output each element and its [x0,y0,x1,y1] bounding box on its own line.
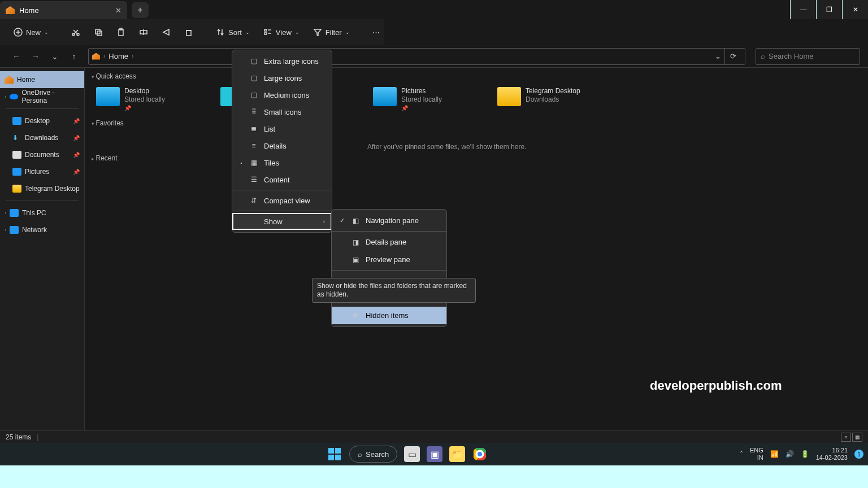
section-favorites[interactable]: Favorites [85,115,868,132]
sidebar-item-onedrive[interactable]: › OneDrive - Persona [0,88,84,105]
sidebar-item-thispc[interactable]: › This PC [0,204,84,221]
view-option-extra-large[interactable]: ▢Extra large icons [232,53,332,69]
paste-icon [116,28,125,37]
task-view-button[interactable]: ▭ [404,446,420,462]
back-button[interactable]: ← [8,48,25,65]
quick-item-pictures[interactable]: Pictures Stored locally 📌 [373,87,486,112]
view-option-content[interactable]: ☰Content [232,171,332,188]
show-submenu: ✓◧Navigation pane ◨Details pane ▣Preview… [331,209,447,327]
minimize-button[interactable]: — [790,0,816,19]
home-icon [92,53,100,60]
copy-icon [94,28,103,37]
start-button[interactable] [327,446,342,462]
view-option-tiles[interactable]: •▦Tiles [232,154,332,171]
check-icon: ✓ [338,217,345,224]
notification-badge[interactable]: 1 [854,450,863,459]
chrome-taskbar[interactable] [472,446,488,462]
view-option-compact[interactable]: ⇵Compact view [232,192,332,209]
section-recent[interactable]: Recent [85,151,868,165]
show-preview-pane[interactable]: ▣Preview pane [332,251,446,268]
svg-rect-5 [96,29,100,34]
quick-item-telegram[interactable]: Telegram Desktop Downloads [497,87,610,112]
sort-button[interactable]: Sort ⌄ [210,23,255,42]
view-icon [263,28,272,37]
ellipsis-icon: ⋯ [372,28,380,37]
forward-button[interactable]: → [27,48,44,65]
show-navigation-pane[interactable]: ✓◧Navigation pane [332,212,446,229]
delete-button[interactable] [179,23,199,42]
window-tab-home[interactable]: Home ✕ [0,1,127,19]
refresh-button[interactable]: ⟳ [724,48,741,65]
wifi-icon[interactable]: 📶 [770,450,779,458]
sidebar-item-downloads[interactable]: ⬇ Downloads 📌 [0,129,84,146]
more-button[interactable]: ⋯ [367,23,385,42]
show-details-pane[interactable]: ◨Details pane [332,233,446,251]
tiles-view-button[interactable]: ▦ [852,433,862,442]
folder-icon [12,185,21,193]
up-button[interactable]: ↑ [66,48,83,65]
volume-icon[interactable]: 🔊 [785,450,794,458]
address-bar[interactable]: › Home › ⌄ ⟳ [88,48,745,65]
view-option-details[interactable]: ≡Details [232,137,332,154]
sidebar-item-network[interactable]: › Network [0,221,84,238]
section-quick-access[interactable]: Quick access [85,68,868,85]
chat-button[interactable]: ▣ [427,446,442,462]
taskbar-center: ⌕ Search ▭ ▣ 📁 [327,446,488,463]
content-pane: Quick access Desktop Stored locally 📌 Do… [85,68,868,430]
paste-button[interactable] [111,23,131,42]
sidebar-item-desktop[interactable]: Desktop 📌 [0,112,84,129]
svg-rect-6 [97,31,102,36]
favorites-empty-text: After you've pinned some files, we'll sh… [85,143,868,151]
clock[interactable]: 16:21 14-02-2023 [816,447,848,461]
desktop-icon [12,117,21,125]
sidebar-item-documents[interactable]: Documents 📌 [0,146,84,163]
status-bar: 25 items | ≡ ▦ [0,430,868,443]
view-option-small[interactable]: ⠿Small icons [232,103,332,120]
windows-icon [328,448,341,460]
view-option-list[interactable]: ≣List [232,120,332,137]
view-button[interactable]: View ⌄ [258,23,305,42]
tray-expand-button[interactable]: ˄ [740,450,743,458]
filter-button[interactable]: Filter ⌄ [307,23,355,42]
chevron-down-icon: ⌄ [44,29,49,35]
share-button[interactable] [156,23,176,42]
close-window-button[interactable]: ✕ [842,0,868,19]
recent-locations-button[interactable]: ⌄ [46,48,63,65]
home-icon [5,76,14,84]
quick-item-desktop[interactable]: Desktop Stored locally 📌 [96,87,209,112]
panel-icon: ◨ [351,238,360,246]
view-option-show[interactable]: Show› [232,213,332,230]
address-dropdown-icon[interactable]: ⌄ [715,52,721,60]
maximize-button[interactable]: ❐ [816,0,842,19]
sidebar-item-telegram[interactable]: Telegram Desktop [0,180,84,197]
new-tab-button[interactable]: + [132,2,149,18]
copy-button[interactable] [88,23,108,42]
file-explorer-taskbar[interactable]: 📁 [449,446,465,462]
panel-icon: ◧ [351,217,360,225]
view-mode-buttons: ≡ ▦ [841,433,862,442]
pin-icon: 📌 [73,118,80,124]
details-view-button[interactable]: ≡ [841,433,851,442]
taskbar-search[interactable]: ⌕ Search [349,446,397,463]
breadcrumb-home[interactable]: Home [108,52,128,60]
sort-icon [216,28,225,37]
battery-icon[interactable]: 🔋 [801,450,809,458]
new-button[interactable]: New ⌄ [8,23,54,42]
tab-close-icon[interactable]: ✕ [115,6,121,15]
rename-button[interactable] [133,23,154,42]
folder-icon [497,87,521,106]
show-hidden-items[interactable]: 👁Hidden items [332,307,446,324]
sidebar-item-home[interactable]: Home [0,71,84,88]
rename-icon [139,28,148,37]
plus-circle-icon [14,28,23,37]
cut-button[interactable] [66,23,86,42]
search-box[interactable]: ⌕ Search Home [756,48,860,65]
view-option-medium[interactable]: ▢Medium icons [232,86,332,103]
view-option-large[interactable]: ▢Large icons [232,69,332,86]
folder-icon [373,87,397,106]
tooltip: Show or hide the files and folders that … [312,278,476,303]
svg-point-21 [478,452,482,456]
language-indicator[interactable]: ENG IN [750,447,763,461]
sidebar-item-pictures[interactable]: Pictures 📌 [0,163,84,180]
trash-icon [184,28,193,37]
